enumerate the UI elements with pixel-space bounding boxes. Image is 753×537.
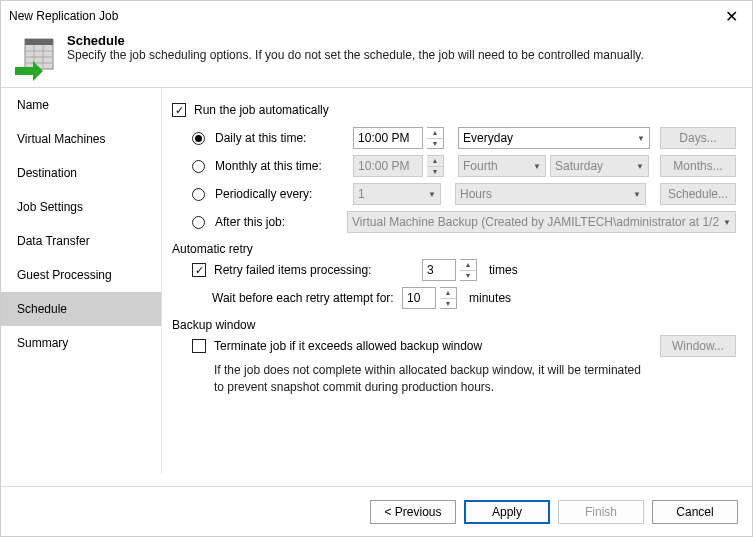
chevron-down-icon: ▼ xyxy=(424,190,436,199)
daily-time-spinner[interactable]: ▲▼ xyxy=(427,127,444,149)
after-job-radio[interactable] xyxy=(192,216,205,229)
daily-radio[interactable] xyxy=(192,132,205,145)
periodic-radio[interactable] xyxy=(192,188,205,201)
after-job-select: Virtual Machine Backup (Created by JAMIL… xyxy=(347,211,736,233)
sidebar-item-name[interactable]: Name xyxy=(1,88,161,122)
wizard-footer: < Previous Apply Finish Cancel xyxy=(1,486,752,536)
monthly-time-input xyxy=(353,155,423,177)
periodic-count-select: 1▼ xyxy=(353,183,441,205)
retry-count-spinner[interactable]: ▲▼ xyxy=(460,259,477,281)
monthly-label: Monthly at this time: xyxy=(215,159,349,173)
wait-minutes-input[interactable] xyxy=(402,287,436,309)
chevron-down-icon: ▼ xyxy=(529,162,541,171)
months-button: Months... xyxy=(660,155,736,177)
schedule-icon xyxy=(15,37,55,81)
monthly-day-select: Saturday▼ xyxy=(550,155,649,177)
backup-window-hint: If the job does not complete within allo… xyxy=(172,362,642,396)
run-automatically-label: Run the job automatically xyxy=(194,103,329,117)
sidebar-item-data-transfer[interactable]: Data Transfer xyxy=(1,224,161,258)
terminate-label: Terminate job if it exceeds allowed back… xyxy=(214,339,482,353)
sidebar-item-job-settings[interactable]: Job Settings xyxy=(1,190,161,224)
chevron-down-icon: ▼ xyxy=(629,190,641,199)
daily-frequency-select[interactable]: Everyday▼ xyxy=(458,127,650,149)
after-job-label: After this job: xyxy=(215,215,335,229)
sidebar-item-virtual-machines[interactable]: Virtual Machines xyxy=(1,122,161,156)
run-automatically-checkbox[interactable] xyxy=(172,103,186,117)
wait-minutes-spinner[interactable]: ▲▼ xyxy=(440,287,457,309)
content-pane: Run the job automatically Daily at this … xyxy=(162,88,752,474)
header-subheading: Specify the job scheduling options. If y… xyxy=(67,48,644,62)
retry-count-input[interactable] xyxy=(422,259,456,281)
retry-checkbox[interactable] xyxy=(192,263,206,277)
close-icon[interactable]: ✕ xyxy=(719,7,744,26)
daily-time-input[interactable] xyxy=(353,127,423,149)
window-title: New Replication Job xyxy=(9,9,719,23)
previous-button[interactable]: < Previous xyxy=(370,500,456,524)
header-heading: Schedule xyxy=(67,33,644,48)
monthly-radio[interactable] xyxy=(192,160,205,173)
retry-label: Retry failed items processing: xyxy=(214,263,418,277)
wizard-header: Schedule Specify the job scheduling opti… xyxy=(1,31,752,87)
monthly-time-spinner: ▲▼ xyxy=(427,155,444,177)
daily-label: Daily at this time: xyxy=(215,131,349,145)
window-button: Window... xyxy=(660,335,736,357)
sidebar-item-destination[interactable]: Destination xyxy=(1,156,161,190)
monthly-ordinal-select: Fourth▼ xyxy=(458,155,546,177)
sidebar-item-guest-processing[interactable]: Guest Processing xyxy=(1,258,161,292)
finish-button: Finish xyxy=(558,500,644,524)
apply-button[interactable]: Apply xyxy=(464,500,550,524)
title-bar: New Replication Job ✕ xyxy=(1,1,752,31)
sidebar-item-schedule[interactable]: Schedule xyxy=(1,292,161,326)
chevron-down-icon: ▼ xyxy=(633,134,645,143)
times-label: times xyxy=(489,263,518,277)
wizard-sidebar: Name Virtual Machines Destination Job Se… xyxy=(1,88,162,474)
chevron-down-icon: ▼ xyxy=(632,162,644,171)
periodic-unit-select: Hours▼ xyxy=(455,183,646,205)
minutes-label: minutes xyxy=(469,291,511,305)
periodic-label: Periodically every: xyxy=(215,187,349,201)
wait-label: Wait before each retry attempt for: xyxy=(212,291,398,305)
schedule-button: Schedule... xyxy=(660,183,736,205)
chevron-down-icon: ▼ xyxy=(719,218,731,227)
backup-window-group: Backup window xyxy=(172,318,736,332)
automatic-retry-group: Automatic retry xyxy=(172,242,736,256)
sidebar-item-summary[interactable]: Summary xyxy=(1,326,161,360)
terminate-checkbox[interactable] xyxy=(192,339,206,353)
cancel-button[interactable]: Cancel xyxy=(652,500,738,524)
days-button: Days... xyxy=(660,127,736,149)
svg-rect-1 xyxy=(25,39,53,45)
